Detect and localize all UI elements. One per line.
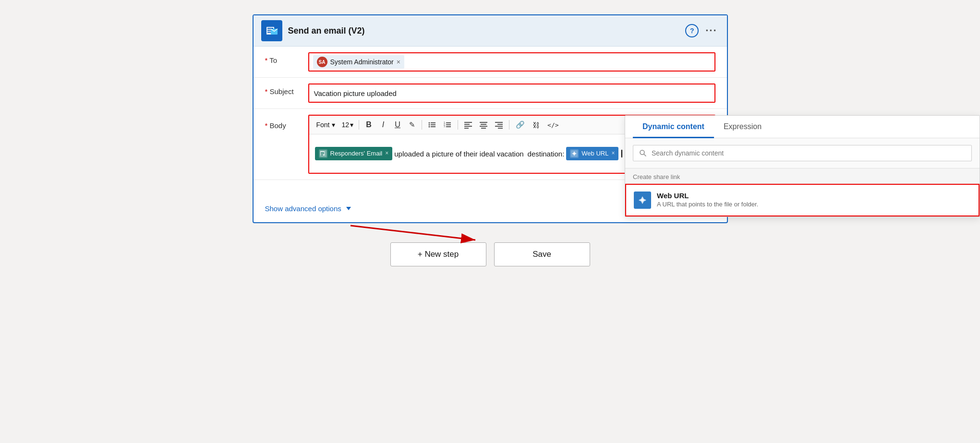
svg-rect-22: [480, 122, 487, 123]
svg-rect-11: [431, 126, 436, 127]
toolbar-divider-4: [509, 120, 509, 130]
bold-button[interactable]: B: [362, 119, 375, 131]
panel-search-area: [625, 138, 980, 168]
font-label: Font: [316, 121, 330, 129]
font-color-button[interactable]: ✎: [405, 119, 419, 131]
svg-rect-13: [446, 122, 451, 123]
font-size-select[interactable]: 12 ▾: [339, 119, 356, 131]
remove-recipient-button[interactable]: ×: [397, 59, 400, 65]
show-advanced-chevron-icon: [344, 204, 353, 213]
svg-rect-4: [267, 32, 271, 33]
card-header-actions: ? ···: [685, 23, 719, 39]
responders-email-label: Responders' Email: [330, 148, 383, 159]
save-button[interactable]: Save: [494, 242, 590, 266]
font-size-value: 12: [342, 121, 350, 129]
outlook-icon: [261, 20, 282, 41]
body-text-2: destination:: [528, 147, 565, 160]
help-icon[interactable]: ?: [685, 24, 699, 37]
tab-dynamic-content[interactable]: Dynamic content: [633, 116, 714, 138]
bullet-list-button[interactable]: [425, 119, 439, 131]
svg-rect-18: [464, 122, 472, 123]
search-icon: [639, 149, 647, 157]
ordered-list-button[interactable]: 1.2.3.: [440, 119, 455, 131]
body-required-star: *: [265, 121, 270, 130]
svg-point-8: [429, 124, 430, 126]
toolbar-divider-2: [422, 120, 422, 130]
code-button[interactable]: </>: [544, 120, 562, 131]
svg-rect-9: [431, 124, 436, 125]
web-url-panel-content: Web URL A URL that points to the file or…: [657, 192, 971, 208]
web-url-tag: Web URL ×: [566, 147, 618, 160]
to-field[interactable]: SA System Administrator ×: [308, 52, 715, 72]
tab-expression[interactable]: Expression: [714, 116, 771, 138]
svg-rect-21: [464, 128, 469, 129]
toolbar-divider-3: [458, 120, 458, 130]
bottom-actions: + New step Save: [390, 242, 590, 266]
svg-rect-34: [321, 155, 323, 156]
unlink-button[interactable]: ⛓: [529, 119, 543, 131]
align-right-button[interactable]: [492, 119, 506, 131]
svg-point-10: [429, 126, 430, 128]
to-required-star: *: [265, 56, 270, 64]
remove-tag1-button[interactable]: ×: [385, 148, 388, 159]
svg-text:3.: 3.: [444, 125, 446, 128]
font-dropdown-icon: ▾: [332, 121, 335, 129]
show-advanced-label: Show advanced options: [265, 204, 341, 213]
svg-rect-24: [480, 126, 487, 127]
subject-row: * Subject: [254, 78, 727, 109]
align-left-button[interactable]: [461, 119, 475, 131]
svg-rect-15: [446, 124, 451, 125]
underline-button[interactable]: U: [391, 119, 404, 131]
svg-rect-20: [464, 126, 472, 127]
web-url-panel-item[interactable]: Web URL A URL that points to the file or…: [625, 184, 980, 216]
search-input[interactable]: [652, 149, 966, 157]
card-header: Send an email (V2) ? ···: [254, 15, 727, 47]
svg-rect-28: [495, 126, 503, 127]
to-input[interactable]: [407, 58, 711, 66]
web-url-panel-icon: [634, 192, 651, 209]
web-url-panel-title: Web URL: [657, 192, 971, 200]
svg-rect-29: [498, 128, 503, 129]
web-url-label: Web URL: [581, 148, 608, 159]
subject-label: * Subject: [265, 84, 308, 96]
svg-rect-23: [481, 124, 486, 125]
dynamic-content-panel: Dynamic content Expression Create share …: [625, 115, 980, 217]
font-size-dropdown-icon: ▾: [350, 121, 353, 129]
recipient-avatar: SA: [317, 57, 327, 67]
subject-required-star: *: [265, 87, 270, 96]
search-box: [633, 145, 972, 161]
svg-line-39: [644, 154, 646, 156]
panel-tabs: Dynamic content Expression: [625, 116, 980, 138]
align-center-button[interactable]: [476, 119, 491, 131]
link-button[interactable]: 🔗: [512, 119, 528, 131]
to-recipient-chip: SA System Administrator ×: [313, 55, 404, 69]
recipient-name: System Administrator: [330, 58, 394, 66]
card-title: Send an email (V2): [288, 26, 680, 36]
italic-button[interactable]: I: [376, 119, 390, 131]
svg-point-6: [429, 122, 430, 124]
more-options-button[interactable]: ···: [703, 23, 719, 39]
text-cursor: [621, 150, 622, 157]
new-step-button[interactable]: + New step: [390, 242, 486, 266]
svg-rect-26: [495, 122, 503, 123]
responders-email-icon: [319, 149, 327, 158]
panel-section-header: Create share link: [625, 168, 980, 184]
svg-rect-2: [267, 28, 273, 29]
svg-marker-37: [346, 207, 351, 210]
subject-input[interactable]: [314, 89, 710, 97]
subject-field[interactable]: [308, 84, 715, 103]
svg-rect-32: [321, 152, 324, 153]
svg-rect-33: [321, 153, 324, 154]
svg-rect-7: [431, 122, 436, 123]
font-select[interactable]: Font ▾: [313, 119, 339, 131]
svg-rect-17: [446, 126, 451, 127]
svg-rect-27: [497, 124, 503, 125]
web-url-icon: [570, 149, 579, 158]
web-url-panel-desc: A URL that points to the file or folder.: [657, 201, 971, 208]
svg-point-38: [640, 150, 644, 155]
svg-rect-19: [464, 124, 470, 125]
remove-tag2-button[interactable]: ×: [611, 148, 615, 159]
body-label: * Body: [265, 115, 308, 130]
to-row: * To SA System Administrator ×: [254, 47, 727, 78]
to-label: * To: [265, 52, 308, 64]
